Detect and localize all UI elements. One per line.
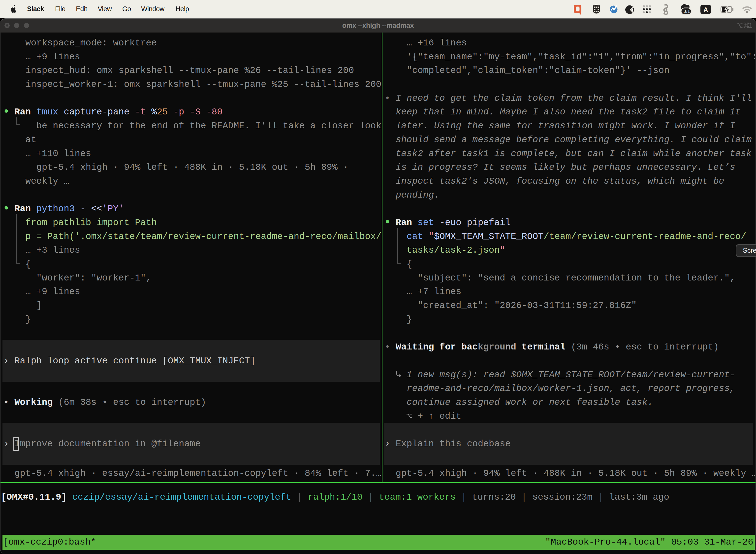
svg-text:A: A: [703, 6, 708, 13]
svg-text:..61: ..61: [682, 9, 690, 14]
